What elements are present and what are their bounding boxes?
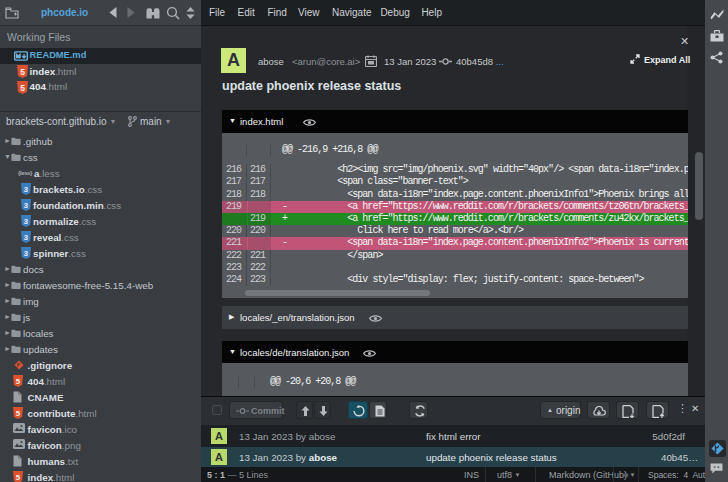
svg-text:5: 5 [20,67,25,77]
svg-text:3: 3 [24,233,29,242]
svg-text:3: 3 [24,201,29,210]
svg-text:3: 3 [24,217,29,226]
svg-text:5: 5 [16,473,21,482]
svg-text:5: 5 [16,409,21,418]
svg-text:3: 3 [24,185,29,194]
svg-text:5: 5 [16,377,21,386]
svg-text:3: 3 [24,249,29,258]
svg-text:5: 5 [20,82,25,92]
